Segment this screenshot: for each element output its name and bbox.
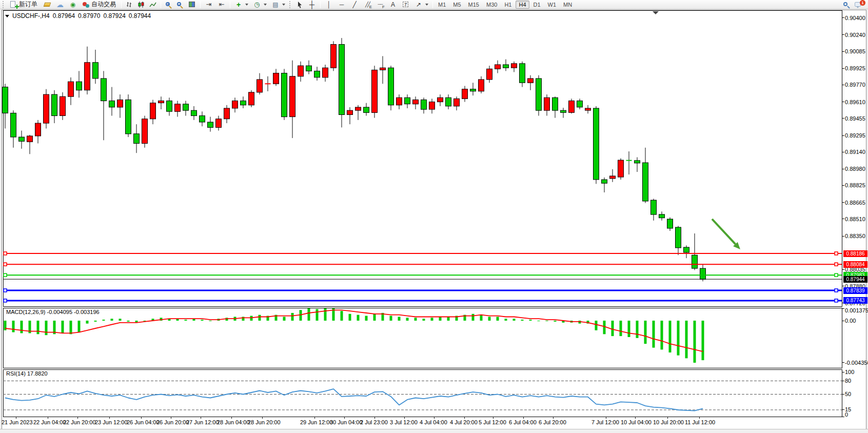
hline-price-tag[interactable]: 0.87839 bbox=[843, 287, 867, 294]
rsi-axis-50: 50 bbox=[845, 391, 867, 397]
hline-price-tag[interactable]: 0.87743 bbox=[843, 297, 867, 304]
price-tick-label: 0.90085 bbox=[845, 48, 865, 54]
macd-axis-min: -0.004356 bbox=[845, 360, 867, 366]
trading-terminal-window: 新订单 自动交易 + − bbox=[0, 0, 868, 433]
time-label: 23 Jun 12:00 bbox=[95, 419, 128, 425]
rsi-axis-100: 100 bbox=[845, 369, 867, 375]
price-tick-label: 0.89925 bbox=[845, 65, 865, 71]
rsi-label: RSI(14) 17.8820 bbox=[6, 370, 48, 377]
price-tick-label: 0.88510 bbox=[845, 216, 865, 222]
time-label: 29 Jun 12:00 bbox=[300, 419, 333, 425]
current-price-tag: 0.87944 bbox=[843, 276, 867, 283]
price-tick-label: 0.89610 bbox=[845, 99, 865, 105]
price-tick-label: 0.89140 bbox=[845, 149, 865, 155]
time-label: 26 Jun 20:00 bbox=[156, 419, 189, 425]
price-tick-label: 0.89295 bbox=[845, 132, 865, 139]
time-label: 28 Jun 04:00 bbox=[217, 419, 250, 425]
price-tick-label: 0.88825 bbox=[845, 182, 865, 188]
time-label: 28 Jun 20:00 bbox=[248, 419, 281, 425]
time-label: 22 Jun 04:00 bbox=[33, 419, 66, 425]
price-tick-label: 0.90240 bbox=[845, 32, 865, 38]
status-bar bbox=[0, 429, 868, 433]
price-tick-label: 0.88980 bbox=[845, 166, 865, 172]
time-label: 2 Jul 23:00 bbox=[360, 419, 388, 425]
time-label: 11 Jul 12:00 bbox=[685, 419, 715, 425]
time-label: 4 Jul 04:00 bbox=[420, 419, 447, 425]
time-label: 30 Jun 04:00 bbox=[330, 419, 363, 425]
rsi-axis-0: 0 bbox=[845, 411, 867, 418]
price-tick-label: 0.88350 bbox=[845, 233, 865, 239]
macd-label: MACD(12,26,9) -0.004095 -0.003196 bbox=[6, 309, 100, 315]
time-label: 3 Jul 12:00 bbox=[390, 419, 418, 425]
price-tick-label: 0.89770 bbox=[845, 82, 865, 88]
hline-price-tag[interactable]: 0.88186 bbox=[843, 250, 867, 257]
time-label: 4 Jul 20:00 bbox=[450, 419, 478, 425]
price-tick-label: 0.88665 bbox=[845, 200, 865, 206]
macd-axis-zero: 0.00 bbox=[845, 318, 867, 324]
time-label: 21 Jun 2023 bbox=[2, 419, 33, 425]
hline-price-tag[interactable]: 0.88084 bbox=[843, 261, 867, 268]
time-label: 22 Jun 20:00 bbox=[63, 419, 96, 425]
time-label: 10 Jul 04:00 bbox=[621, 419, 652, 425]
macd-axis-max: 0.001375 bbox=[845, 307, 867, 313]
time-label: 10 Jul 20:00 bbox=[653, 419, 684, 425]
time-label: 26 Jun 04:00 bbox=[127, 419, 160, 425]
price-tick-label: 0.90400 bbox=[845, 15, 865, 21]
rsi-pane bbox=[3, 369, 842, 417]
time-label: 7 Jul 12:00 bbox=[591, 419, 619, 425]
time-label: 5 Jul 12:00 bbox=[479, 419, 506, 425]
time-label: 6 Jul 20:00 bbox=[539, 419, 566, 425]
time-label: 27 Jun 12:00 bbox=[186, 419, 219, 425]
time-label: 6 Jul 04:00 bbox=[509, 419, 537, 425]
rsi-axis-80: 80 bbox=[845, 378, 867, 384]
price-axis[interactable]: 0.904000.902400.900850.899250.897700.896… bbox=[0, 10, 868, 306]
price-tick-label: 0.89455 bbox=[845, 115, 865, 122]
